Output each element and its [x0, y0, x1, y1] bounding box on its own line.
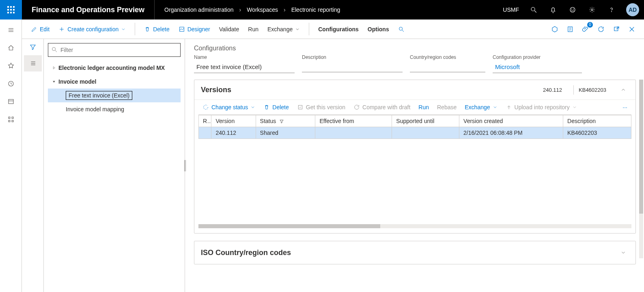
hamburger-icon[interactable]: [2, 22, 20, 38]
app-title: Finance and Operations Preview: [22, 0, 155, 19]
svg-rect-16: [12, 120, 13, 122]
designer-button[interactable]: Designer: [174, 22, 214, 37]
svg-rect-11: [9, 99, 13, 104]
breadcrumb-item[interactable]: Workspaces: [247, 6, 278, 13]
close-button[interactable]: [625, 22, 639, 37]
tree-item[interactable]: Invoice model mapping: [48, 102, 181, 116]
cell-supported[interactable]: [392, 127, 459, 139]
chevron-right-icon: ›: [284, 6, 286, 13]
filter-icon[interactable]: [24, 39, 42, 55]
workspaces-icon[interactable]: [2, 93, 20, 110]
version-run-button[interactable]: Run: [415, 102, 432, 112]
col-header[interactable]: Supported until: [392, 115, 459, 127]
breadcrumb-item[interactable]: Electronic reporting: [291, 6, 340, 13]
notification-icon[interactable]: [543, 0, 563, 19]
svg-point-20: [399, 27, 402, 30]
svg-point-2: [570, 7, 575, 12]
horizontal-scrollbar[interactable]: [198, 224, 631, 228]
col-header[interactable]: Status: [256, 115, 315, 127]
run-button[interactable]: Run: [244, 22, 263, 37]
collapse-versions-button[interactable]: [618, 84, 629, 95]
versions-table-wrap: R... Version Status Effective from Suppo…: [198, 115, 631, 220]
breadcrumb-item[interactable]: Organization administration: [164, 6, 233, 13]
table-row[interactable]: 240.112 Shared 2/16/2021 06:08:48 PM KB4…: [199, 127, 631, 139]
rebase-button: Rebase: [434, 102, 460, 112]
configuration-tree-pane: Electronic ledger accounting model MX In…: [44, 39, 185, 292]
compare-draft-label: Compare with draft: [362, 104, 410, 110]
user-avatar[interactable]: AD: [626, 3, 639, 16]
popout-button[interactable]: [609, 22, 624, 37]
field-value-description[interactable]: [302, 62, 403, 72]
attachments-button[interactable]: 0: [578, 22, 593, 37]
cell-status[interactable]: Shared: [256, 127, 315, 139]
create-configuration-button[interactable]: Create configuration: [54, 22, 130, 37]
caret-down-icon[interactable]: [50, 80, 58, 84]
field-label-description: Description: [302, 54, 403, 60]
change-status-button[interactable]: Change status: [199, 102, 258, 112]
search-in-page-button[interactable]: [394, 22, 409, 37]
version-delete-button[interactable]: Delete: [260, 102, 292, 112]
cell-description[interactable]: KB4602203: [563, 127, 631, 139]
company-selector[interactable]: USMF: [498, 6, 524, 13]
version-delete-label: Delete: [272, 104, 289, 110]
version-exchange-label: Exchange: [465, 104, 490, 110]
field-value-provider[interactable]: Microsoft: [493, 62, 582, 73]
col-header[interactable]: Version created: [459, 115, 563, 127]
splitter-handle[interactable]: [183, 158, 187, 174]
favorites-icon[interactable]: [2, 58, 20, 74]
app-launcher-button[interactable]: [0, 0, 22, 19]
validate-button[interactable]: Validate: [215, 22, 243, 37]
svg-point-5: [591, 9, 593, 11]
tree-item-label: Electronic ledger accounting model MX: [58, 65, 165, 71]
caret-right-icon[interactable]: [50, 66, 58, 70]
col-header[interactable]: R...: [199, 115, 211, 127]
chevron-down-icon: [121, 27, 126, 32]
version-exchange-button[interactable]: Exchange: [461, 102, 500, 112]
cell-version[interactable]: 240.112: [211, 127, 256, 139]
row-selector-cell[interactable]: [199, 127, 211, 139]
tree-item[interactable]: Free text invoice (Excel): [48, 89, 181, 102]
more-actions-button[interactable]: ···: [619, 102, 631, 112]
modules-icon[interactable]: [2, 111, 20, 128]
tree-item[interactable]: Invoice model: [48, 75, 181, 89]
vertical-scrollbar[interactable]: [639, 80, 643, 258]
cell-created[interactable]: 2/16/2021 06:08:48 PM: [459, 127, 563, 139]
workspace: Electronic ledger accounting model MX In…: [22, 39, 644, 292]
settings-icon[interactable]: [582, 0, 602, 19]
svg-line-21: [402, 30, 404, 32]
versions-summary-version: 240.112: [538, 85, 567, 95]
refresh-button[interactable]: [594, 22, 608, 37]
tab-options[interactable]: Options: [364, 22, 393, 37]
nav-rail: [0, 19, 22, 292]
field-value-country[interactable]: [410, 62, 485, 72]
col-header[interactable]: Effective from: [315, 115, 392, 127]
delete-button[interactable]: Delete: [140, 22, 173, 37]
chevron-down-icon: [250, 105, 255, 110]
search-icon[interactable]: [524, 0, 543, 19]
exchange-button[interactable]: Exchange: [263, 22, 304, 37]
open-in-office-button[interactable]: [563, 22, 577, 37]
app-shell: Edit Create configuration Delete Designe…: [0, 19, 644, 292]
field-value-name[interactable]: Free text invoice (Excel): [194, 62, 295, 73]
filter-rail: [22, 39, 44, 292]
get-version-label: Get this version: [306, 104, 345, 110]
chevron-down-icon: [493, 105, 498, 110]
help-icon[interactable]: [602, 0, 621, 19]
edit-button[interactable]: Edit: [27, 22, 54, 37]
col-header[interactable]: Version: [211, 115, 256, 127]
expand-iso-button[interactable]: [618, 247, 629, 258]
feedback-icon[interactable]: [563, 0, 582, 19]
create-configuration-label: Create configuration: [67, 26, 118, 32]
show-config-button[interactable]: [547, 22, 562, 37]
svg-line-30: [55, 50, 57, 52]
col-header[interactable]: Description: [563, 115, 631, 127]
recent-icon[interactable]: [2, 76, 20, 92]
tab-options-label: Options: [368, 26, 389, 32]
tab-configurations[interactable]: Configurations: [314, 22, 363, 37]
home-icon[interactable]: [2, 40, 20, 56]
cell-effective[interactable]: [315, 127, 392, 139]
delete-label: Delete: [153, 26, 169, 32]
list-view-icon[interactable]: [24, 55, 42, 71]
tree-item[interactable]: Electronic ledger accounting model MX: [48, 61, 181, 75]
tree-filter-input[interactable]: [48, 43, 181, 57]
